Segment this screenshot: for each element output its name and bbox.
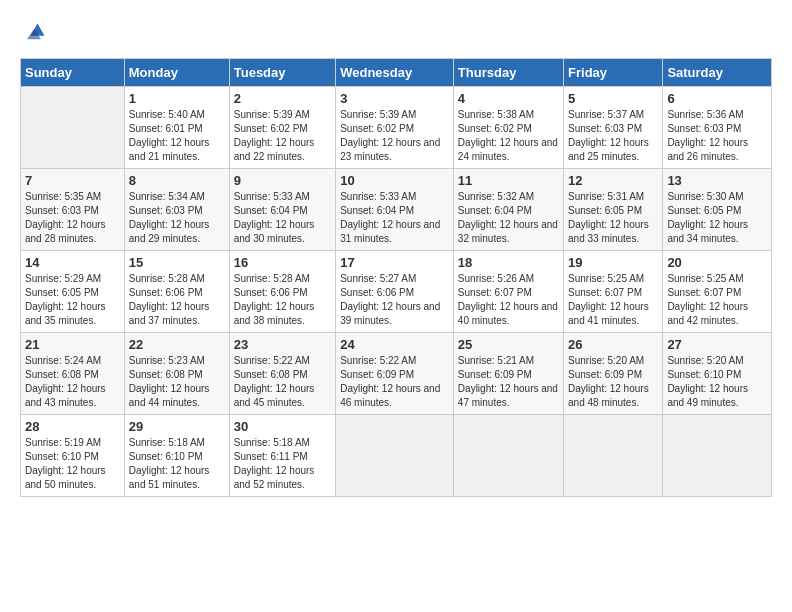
day-cell [21,87,125,169]
week-row-4: 21Sunrise: 5:24 AMSunset: 6:08 PMDayligh… [21,333,772,415]
day-cell [453,415,563,497]
day-number: 15 [129,255,225,270]
day-cell: 16Sunrise: 5:28 AMSunset: 6:06 PMDayligh… [229,251,335,333]
day-cell: 24Sunrise: 5:22 AMSunset: 6:09 PMDayligh… [336,333,454,415]
logo-icon [20,20,48,48]
day-cell: 13Sunrise: 5:30 AMSunset: 6:05 PMDayligh… [663,169,772,251]
day-number: 18 [458,255,559,270]
day-info: Sunrise: 5:28 AMSunset: 6:06 PMDaylight:… [234,272,331,328]
day-cell: 15Sunrise: 5:28 AMSunset: 6:06 PMDayligh… [124,251,229,333]
week-row-3: 14Sunrise: 5:29 AMSunset: 6:05 PMDayligh… [21,251,772,333]
day-info: Sunrise: 5:30 AMSunset: 6:05 PMDaylight:… [667,190,767,246]
day-cell [336,415,454,497]
day-info: Sunrise: 5:28 AMSunset: 6:06 PMDaylight:… [129,272,225,328]
day-info: Sunrise: 5:35 AMSunset: 6:03 PMDaylight:… [25,190,120,246]
day-number: 4 [458,91,559,106]
day-info: Sunrise: 5:31 AMSunset: 6:05 PMDaylight:… [568,190,658,246]
day-number: 23 [234,337,331,352]
day-number: 11 [458,173,559,188]
day-cell: 28Sunrise: 5:19 AMSunset: 6:10 PMDayligh… [21,415,125,497]
page-header [20,20,772,48]
column-header-saturday: Saturday [663,59,772,87]
day-cell: 26Sunrise: 5:20 AMSunset: 6:09 PMDayligh… [564,333,663,415]
day-cell: 29Sunrise: 5:18 AMSunset: 6:10 PMDayligh… [124,415,229,497]
day-cell: 3Sunrise: 5:39 AMSunset: 6:02 PMDaylight… [336,87,454,169]
day-cell [564,415,663,497]
day-info: Sunrise: 5:27 AMSunset: 6:06 PMDaylight:… [340,272,449,328]
day-cell: 18Sunrise: 5:26 AMSunset: 6:07 PMDayligh… [453,251,563,333]
day-info: Sunrise: 5:18 AMSunset: 6:10 PMDaylight:… [129,436,225,492]
day-number: 2 [234,91,331,106]
day-number: 16 [234,255,331,270]
day-cell: 4Sunrise: 5:38 AMSunset: 6:02 PMDaylight… [453,87,563,169]
logo [20,20,52,48]
day-info: Sunrise: 5:39 AMSunset: 6:02 PMDaylight:… [234,108,331,164]
day-cell: 17Sunrise: 5:27 AMSunset: 6:06 PMDayligh… [336,251,454,333]
week-row-1: 1Sunrise: 5:40 AMSunset: 6:01 PMDaylight… [21,87,772,169]
day-number: 8 [129,173,225,188]
day-cell: 14Sunrise: 5:29 AMSunset: 6:05 PMDayligh… [21,251,125,333]
day-number: 10 [340,173,449,188]
day-info: Sunrise: 5:39 AMSunset: 6:02 PMDaylight:… [340,108,449,164]
day-number: 28 [25,419,120,434]
day-info: Sunrise: 5:37 AMSunset: 6:03 PMDaylight:… [568,108,658,164]
day-info: Sunrise: 5:20 AMSunset: 6:10 PMDaylight:… [667,354,767,410]
day-number: 5 [568,91,658,106]
day-info: Sunrise: 5:34 AMSunset: 6:03 PMDaylight:… [129,190,225,246]
day-number: 29 [129,419,225,434]
day-cell: 12Sunrise: 5:31 AMSunset: 6:05 PMDayligh… [564,169,663,251]
day-number: 27 [667,337,767,352]
day-cell: 23Sunrise: 5:22 AMSunset: 6:08 PMDayligh… [229,333,335,415]
day-info: Sunrise: 5:38 AMSunset: 6:02 PMDaylight:… [458,108,559,164]
day-cell: 9Sunrise: 5:33 AMSunset: 6:04 PMDaylight… [229,169,335,251]
day-cell: 5Sunrise: 5:37 AMSunset: 6:03 PMDaylight… [564,87,663,169]
day-info: Sunrise: 5:29 AMSunset: 6:05 PMDaylight:… [25,272,120,328]
day-info: Sunrise: 5:32 AMSunset: 6:04 PMDaylight:… [458,190,559,246]
day-cell: 8Sunrise: 5:34 AMSunset: 6:03 PMDaylight… [124,169,229,251]
day-number: 14 [25,255,120,270]
day-cell: 6Sunrise: 5:36 AMSunset: 6:03 PMDaylight… [663,87,772,169]
day-cell: 20Sunrise: 5:25 AMSunset: 6:07 PMDayligh… [663,251,772,333]
day-cell: 22Sunrise: 5:23 AMSunset: 6:08 PMDayligh… [124,333,229,415]
day-number: 12 [568,173,658,188]
day-number: 20 [667,255,767,270]
day-number: 30 [234,419,331,434]
day-info: Sunrise: 5:22 AMSunset: 6:09 PMDaylight:… [340,354,449,410]
day-info: Sunrise: 5:22 AMSunset: 6:08 PMDaylight:… [234,354,331,410]
day-cell: 27Sunrise: 5:20 AMSunset: 6:10 PMDayligh… [663,333,772,415]
day-cell [663,415,772,497]
day-number: 25 [458,337,559,352]
day-info: Sunrise: 5:18 AMSunset: 6:11 PMDaylight:… [234,436,331,492]
day-number: 22 [129,337,225,352]
day-number: 24 [340,337,449,352]
day-cell: 25Sunrise: 5:21 AMSunset: 6:09 PMDayligh… [453,333,563,415]
day-info: Sunrise: 5:23 AMSunset: 6:08 PMDaylight:… [129,354,225,410]
day-number: 9 [234,173,331,188]
day-cell: 10Sunrise: 5:33 AMSunset: 6:04 PMDayligh… [336,169,454,251]
day-info: Sunrise: 5:33 AMSunset: 6:04 PMDaylight:… [234,190,331,246]
day-info: Sunrise: 5:21 AMSunset: 6:09 PMDaylight:… [458,354,559,410]
day-info: Sunrise: 5:26 AMSunset: 6:07 PMDaylight:… [458,272,559,328]
day-cell: 21Sunrise: 5:24 AMSunset: 6:08 PMDayligh… [21,333,125,415]
week-row-5: 28Sunrise: 5:19 AMSunset: 6:10 PMDayligh… [21,415,772,497]
column-header-monday: Monday [124,59,229,87]
day-number: 7 [25,173,120,188]
day-number: 19 [568,255,658,270]
day-cell: 11Sunrise: 5:32 AMSunset: 6:04 PMDayligh… [453,169,563,251]
day-cell: 2Sunrise: 5:39 AMSunset: 6:02 PMDaylight… [229,87,335,169]
day-cell: 19Sunrise: 5:25 AMSunset: 6:07 PMDayligh… [564,251,663,333]
column-header-thursday: Thursday [453,59,563,87]
day-number: 21 [25,337,120,352]
column-header-tuesday: Tuesday [229,59,335,87]
day-info: Sunrise: 5:25 AMSunset: 6:07 PMDaylight:… [667,272,767,328]
day-info: Sunrise: 5:24 AMSunset: 6:08 PMDaylight:… [25,354,120,410]
day-info: Sunrise: 5:33 AMSunset: 6:04 PMDaylight:… [340,190,449,246]
day-info: Sunrise: 5:19 AMSunset: 6:10 PMDaylight:… [25,436,120,492]
day-info: Sunrise: 5:40 AMSunset: 6:01 PMDaylight:… [129,108,225,164]
header-row: SundayMondayTuesdayWednesdayThursdayFrid… [21,59,772,87]
day-number: 6 [667,91,767,106]
day-cell: 30Sunrise: 5:18 AMSunset: 6:11 PMDayligh… [229,415,335,497]
day-number: 13 [667,173,767,188]
week-row-2: 7Sunrise: 5:35 AMSunset: 6:03 PMDaylight… [21,169,772,251]
day-info: Sunrise: 5:25 AMSunset: 6:07 PMDaylight:… [568,272,658,328]
